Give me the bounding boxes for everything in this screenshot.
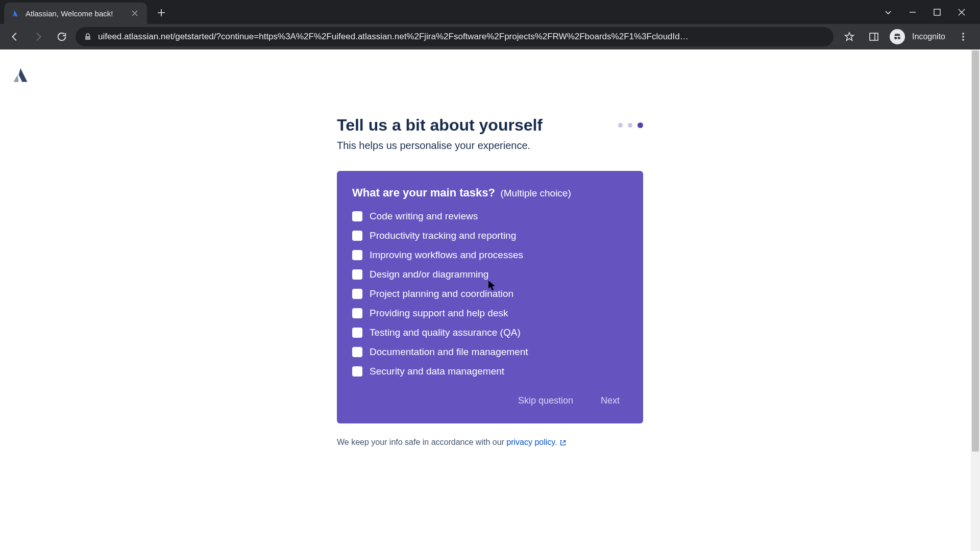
forward-button[interactable] <box>29 27 48 46</box>
browser-toolbar: uifeed.atlassian.net/getstarted/?continu… <box>0 24 980 49</box>
url-text: uifeed.atlassian.net/getstarted/?continu… <box>98 32 825 42</box>
external-link-icon <box>559 439 567 446</box>
checkbox-icon[interactable] <box>352 347 362 357</box>
bookmark-icon[interactable] <box>841 28 858 45</box>
new-tab-button[interactable] <box>152 4 170 22</box>
svg-point-4 <box>962 33 964 35</box>
skip-button[interactable]: Skip question <box>513 391 578 410</box>
question-hint: (Multiple choice) <box>500 188 571 198</box>
step-indicator <box>618 122 643 128</box>
close-window-button[interactable] <box>954 5 969 19</box>
privacy-note: We keep your info safe in accordance wit… <box>337 438 643 447</box>
maximize-button[interactable] <box>930 5 944 19</box>
svg-point-3 <box>898 37 900 39</box>
option-support[interactable]: Providing support and help desk <box>352 308 628 319</box>
scrollbar-thumb[interactable] <box>972 51 979 452</box>
atlassian-favicon-icon <box>11 9 20 18</box>
privacy-prefix: We keep your info safe in accordance wit… <box>337 438 506 446</box>
checkbox-icon[interactable] <box>352 308 362 318</box>
browser-tab-strip: Atlassian, Welcome back! <box>0 0 980 24</box>
option-label: Documentation and file management <box>370 346 528 358</box>
checkbox-icon[interactable] <box>352 211 362 221</box>
checkbox-icon[interactable] <box>352 231 362 241</box>
option-planning[interactable]: Project planning and coordination <box>352 288 628 299</box>
option-productivity[interactable]: Productivity tracking and reporting <box>352 230 628 241</box>
incognito-avatar-icon[interactable] <box>890 29 905 44</box>
option-label: Design and/or diagramming <box>370 269 488 280</box>
vertical-scrollbar[interactable] <box>971 49 980 551</box>
step-dot-1 <box>618 123 623 128</box>
incognito-label: Incognito <box>912 32 947 41</box>
svg-point-5 <box>962 36 964 38</box>
address-bar[interactable]: uifeed.atlassian.net/getstarted/?continu… <box>76 27 834 46</box>
svg-rect-1 <box>870 33 878 40</box>
browser-menu-icon[interactable] <box>954 28 972 45</box>
checkbox-icon[interactable] <box>352 289 362 299</box>
option-label: Security and data management <box>370 366 504 377</box>
browser-tab[interactable]: Atlassian, Welcome back! <box>4 3 147 24</box>
options-list: Code writing and reviews Productivity tr… <box>352 211 628 377</box>
option-label: Code writing and reviews <box>370 211 478 222</box>
question-text: What are your main tasks? <box>352 186 495 199</box>
option-design[interactable]: Design and/or diagramming <box>352 269 628 280</box>
question-card: What are your main tasks? (Multiple choi… <box>337 171 643 423</box>
svg-point-2 <box>894 37 897 39</box>
window-controls <box>870 0 980 24</box>
option-label: Project planning and coordination <box>370 288 513 299</box>
checkbox-icon[interactable] <box>352 328 362 338</box>
checkbox-icon[interactable] <box>352 250 362 260</box>
toolbar-right: Incognito <box>838 28 975 45</box>
option-workflows[interactable]: Improving workflows and processes <box>352 249 628 261</box>
card-actions: Skip question Next <box>352 391 628 410</box>
lock-icon <box>84 33 92 41</box>
option-label: Providing support and help desk <box>370 308 508 319</box>
onboarding-panel: Tell us a bit about yourself This helps … <box>337 49 643 447</box>
atlassian-logo-icon <box>11 66 30 84</box>
step-dot-2 <box>628 123 632 128</box>
step-dot-3 <box>638 122 643 128</box>
svg-point-6 <box>962 39 964 41</box>
tab-title: Atlassian, Welcome back! <box>26 9 113 18</box>
side-panel-icon[interactable] <box>865 28 883 45</box>
option-code-writing[interactable]: Code writing and reviews <box>352 211 628 222</box>
option-security[interactable]: Security and data management <box>352 366 628 377</box>
checkbox-icon[interactable] <box>352 366 362 377</box>
tab-search-icon[interactable] <box>881 5 895 19</box>
page-subtitle: This helps us personalise your experienc… <box>337 140 643 152</box>
option-label: Testing and quality assurance (QA) <box>370 327 521 338</box>
privacy-link[interactable]: privacy policy <box>506 438 555 446</box>
checkbox-icon[interactable] <box>352 269 362 280</box>
option-label: Improving workflows and processes <box>370 249 523 261</box>
close-tab-icon[interactable] <box>130 8 140 18</box>
minimize-button[interactable] <box>905 5 920 19</box>
back-button[interactable] <box>5 27 24 46</box>
option-label: Productivity tracking and reporting <box>370 230 516 241</box>
option-testing[interactable]: Testing and quality assurance (QA) <box>352 327 628 338</box>
page-content: Tell us a bit about yourself This helps … <box>0 49 980 551</box>
option-documentation[interactable]: Documentation and file management <box>352 346 628 358</box>
reload-button[interactable] <box>52 27 71 46</box>
next-button[interactable]: Next <box>593 391 628 410</box>
svg-rect-0 <box>934 9 940 15</box>
page-title: Tell us a bit about yourself <box>337 116 543 135</box>
